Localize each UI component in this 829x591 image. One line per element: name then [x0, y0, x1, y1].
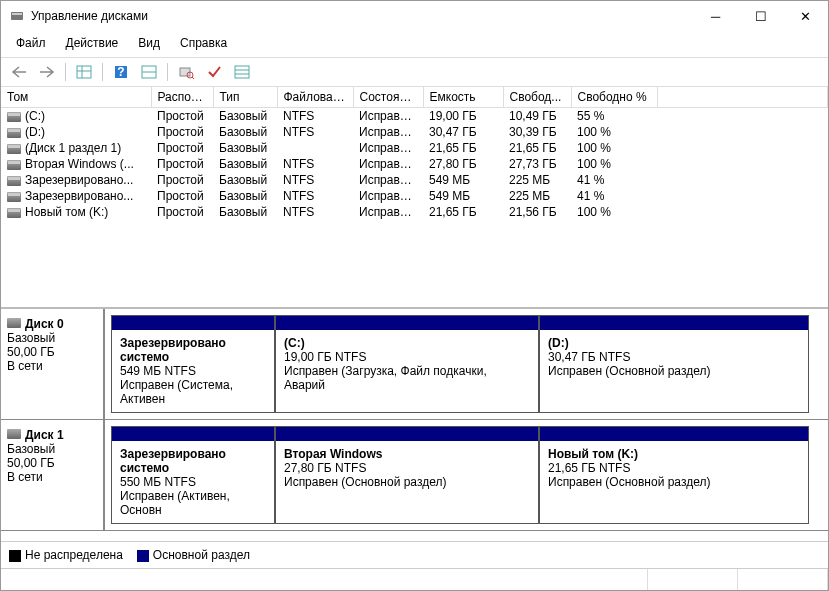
help-button[interactable]: ?: [109, 61, 133, 83]
disk-info[interactable]: Диск 0Базовый50,00 ГБВ сети: [1, 309, 105, 419]
properties-button[interactable]: [174, 61, 198, 83]
minimize-button[interactable]: ─: [693, 1, 738, 31]
back-button[interactable]: [7, 61, 31, 83]
column-header[interactable]: Том: [1, 87, 151, 108]
legend-primary: Основной раздел: [137, 548, 250, 562]
column-header[interactable]: Свобод...: [503, 87, 571, 108]
legend: Не распределена Основной раздел: [1, 541, 828, 568]
volume-icon: [7, 208, 21, 218]
table-row[interactable]: Вторая Windows (...ПростойБазовыйNTFSИсп…: [1, 156, 828, 172]
layout-button[interactable]: [137, 61, 161, 83]
svg-line-11: [192, 77, 194, 79]
toolbar: ?: [1, 57, 828, 87]
disk-info[interactable]: Диск 1Базовый50,00 ГБВ сети: [1, 420, 105, 530]
volume-icon: [7, 160, 21, 170]
volume-icon: [7, 112, 21, 122]
maximize-button[interactable]: ☐: [738, 1, 783, 31]
volume-icon: [7, 192, 21, 202]
partition[interactable]: Вторая Windows27,80 ГБ NTFSИсправен (Осн…: [275, 426, 539, 524]
partition[interactable]: (D:)30,47 ГБ NTFSИсправен (Основной разд…: [539, 315, 809, 413]
partition[interactable]: Зарезервировано системо549 МБ NTFSИсправ…: [111, 315, 275, 413]
menu-action[interactable]: Действие: [57, 33, 128, 53]
table-row[interactable]: Новый том (K:)ПростойБазовыйNTFSИсправен…: [1, 204, 828, 220]
svg-text:?: ?: [117, 65, 124, 79]
table-row[interactable]: (C:)ПростойБазовыйNTFSИсправен...19,00 Г…: [1, 108, 828, 125]
disk-row: Диск 0Базовый50,00 ГБВ сетиЗарезервирова…: [1, 309, 828, 420]
menu-view[interactable]: Вид: [129, 33, 169, 53]
close-button[interactable]: ✕: [783, 1, 828, 31]
partition[interactable]: Новый том (K:)21,65 ГБ NTFSИсправен (Осн…: [539, 426, 809, 524]
partition[interactable]: (C:)19,00 ГБ NTFSИсправен (Загрузка, Фай…: [275, 315, 539, 413]
view-toggle-button[interactable]: [72, 61, 96, 83]
statusbar: [1, 568, 828, 590]
column-header[interactable]: Располо...: [151, 87, 213, 108]
column-header[interactable]: Емкость: [423, 87, 503, 108]
table-row[interactable]: (D:)ПростойБазовыйNTFSИсправен...30,47 Г…: [1, 124, 828, 140]
app-icon: [9, 8, 25, 24]
list-icon-button[interactable]: [230, 61, 254, 83]
volume-icon: [7, 144, 21, 154]
window-controls: ─ ☐ ✕: [693, 1, 828, 31]
window-title: Управление дисками: [31, 9, 693, 23]
svg-rect-12: [235, 66, 249, 78]
check-button[interactable]: [202, 61, 226, 83]
column-header[interactable]: Состояние: [353, 87, 423, 108]
table-row[interactable]: Зарезервировано...ПростойБазовыйNTFSИспр…: [1, 188, 828, 204]
column-header[interactable]: Файловая с...: [277, 87, 353, 108]
table-row[interactable]: Зарезервировано...ПростойБазовыйNTFSИспр…: [1, 172, 828, 188]
forward-button[interactable]: [35, 61, 59, 83]
titlebar: Управление дисками ─ ☐ ✕: [1, 1, 828, 31]
menu-file[interactable]: Файл: [7, 33, 55, 53]
table-row[interactable]: (Диск 1 раздел 1)ПростойБазовыйИсправен.…: [1, 140, 828, 156]
disk-icon: [7, 429, 21, 439]
svg-rect-1: [12, 13, 22, 15]
column-header[interactable]: Тип: [213, 87, 277, 108]
volume-icon: [7, 176, 21, 186]
volume-list[interactable]: ТомРасполо...ТипФайловая с...СостояниеЕм…: [1, 87, 828, 309]
menubar: Файл Действие Вид Справка: [1, 31, 828, 57]
disk-map[interactable]: Диск 0Базовый50,00 ГБВ сетиЗарезервирова…: [1, 309, 828, 541]
partition[interactable]: Зарезервировано системо550 МБ NTFSИсправ…: [111, 426, 275, 524]
column-header[interactable]: Свободно %: [571, 87, 657, 108]
menu-help[interactable]: Справка: [171, 33, 236, 53]
legend-unallocated: Не распределена: [9, 548, 123, 562]
svg-rect-2: [77, 66, 91, 78]
disk-row: Диск 1Базовый50,00 ГБВ сетиЗарезервирова…: [1, 419, 828, 531]
volume-icon: [7, 128, 21, 138]
disk-icon: [7, 318, 21, 328]
